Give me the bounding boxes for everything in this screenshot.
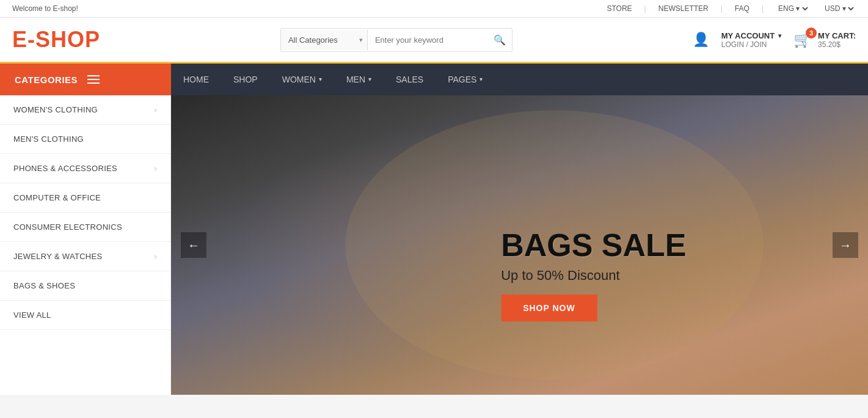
sidebar-item-computer[interactable]: COMPUTER & OFFICE (0, 183, 170, 213)
nav-men[interactable]: MEN▾ (334, 64, 384, 95)
sidebar-item-bags-shoes[interactable]: BAGS & SHOES (0, 271, 170, 301)
account-title: MY ACCOUNT ▾ (721, 31, 781, 40)
nav-shop[interactable]: SHOP (221, 64, 270, 95)
logo-prefix: E (12, 27, 27, 52)
language-select[interactable]: ENG ▾ FR DE (776, 4, 810, 13)
faq-link[interactable]: FAQ (735, 4, 749, 13)
search-input[interactable] (368, 30, 485, 50)
top-bar: Welcome to E-shop! STORE | NEWSLETTER | … (0, 0, 868, 18)
nav-links: HOME SHOP WOMEN▾ MEN▾ SALES PAGES▾ (171, 64, 495, 95)
sidebar-item-phones[interactable]: PHONES & ACCESSORIES › (0, 154, 170, 183)
cart-info: MY CART: 35.20$ (818, 31, 856, 49)
nav-bar: CATEGORIES HOME SHOP WOMEN▾ MEN▾ SALES P… (0, 64, 868, 95)
search-category-wrap: All Categories Women's Clothing Men's Cl… (281, 30, 368, 50)
nav-sales[interactable]: SALES (384, 64, 436, 95)
nav-pages[interactable]: PAGES▾ (436, 64, 495, 95)
menu-line-3 (87, 82, 100, 84)
women-dropdown-arrow: ▾ (319, 64, 322, 95)
cart-icon-wrap: 🛒 3 (793, 31, 812, 48)
categories-label: CATEGORIES (15, 75, 78, 85)
hero-title: BAGS SALE (501, 228, 686, 263)
hero-subtitle: Up to 50% Discount (501, 268, 686, 284)
hero-next-button[interactable]: → (833, 232, 858, 258)
cart-section[interactable]: 🛒 3 MY CART: 35.20$ (793, 31, 856, 49)
pages-dropdown-arrow: ▾ (480, 64, 483, 95)
cart-total: 35.20$ (818, 40, 856, 49)
sidebar: WOMEN'S CLOTHING › MEN'S CLOTHING PHONES… (0, 95, 171, 395)
cart-badge: 3 (806, 28, 817, 38)
menu-line-2 (87, 79, 100, 80)
menu-icon (87, 75, 100, 84)
main-content: WOMEN'S CLOTHING › MEN'S CLOTHING PHONES… (0, 95, 868, 395)
chevron-icon: › (155, 252, 157, 261)
header-right: 👤 MY ACCOUNT ▾ LOGIN / JOIN 🛒 3 MY CART:… (693, 31, 856, 49)
sidebar-item-view-all[interactable]: VIEW ALL (0, 301, 170, 330)
hero-cta-button[interactable]: SHOP NOW (501, 295, 597, 321)
currency-select[interactable]: USD ▾ EUR GBP (822, 4, 856, 13)
sidebar-item-jewelry[interactable]: JEWELRY & WATCHES › (0, 242, 170, 271)
sidebar-item-mens-clothing[interactable]: MEN'S CLOTHING (0, 125, 170, 154)
newsletter-link[interactable]: NEWSLETTER (658, 4, 709, 13)
cart-title: MY CART: (818, 31, 856, 40)
account-subtitle: LOGIN / JOIN (721, 40, 781, 49)
hero-slider: BAGS SALE Up to 50% Discount SHOP NOW ← … (171, 95, 868, 395)
sidebar-item-consumer-electronics[interactable]: CONSUMER ELECTRONICS (0, 213, 170, 242)
categories-button[interactable]: CATEGORIES (0, 64, 171, 95)
account-info[interactable]: MY ACCOUNT ▾ LOGIN / JOIN (721, 31, 781, 49)
top-bar-right: STORE | NEWSLETTER | FAQ | ENG ▾ FR DE U… (607, 4, 856, 13)
chevron-icon: › (155, 106, 157, 114)
nav-women[interactable]: WOMEN▾ (270, 64, 334, 95)
welcome-text: Welcome to E-shop! (12, 4, 78, 13)
search-category-select[interactable]: All Categories Women's Clothing Men's Cl… (281, 30, 368, 50)
search-bar: All Categories Women's Clothing Men's Cl… (280, 28, 512, 52)
chevron-icon: › (155, 164, 157, 173)
account-icon[interactable]: 👤 (693, 32, 709, 48)
logo[interactable]: E-SHOP (12, 27, 100, 53)
header: E-SHOP All Categories Women's Clothing M… (0, 18, 868, 64)
hero-content: BAGS SALE Up to 50% Discount SHOP NOW (501, 228, 686, 321)
menu-line-1 (87, 75, 100, 76)
account-dropdown-arrow: ▾ (778, 32, 781, 39)
search-button[interactable]: 🔍 (485, 29, 512, 51)
store-link[interactable]: STORE (607, 4, 632, 13)
nav-home[interactable]: HOME (171, 64, 221, 95)
men-dropdown-arrow: ▾ (368, 64, 371, 95)
sidebar-item-womens-clothing[interactable]: WOMEN'S CLOTHING › (0, 95, 170, 125)
hero-prev-button[interactable]: ← (181, 232, 206, 258)
logo-suffix: -SHOP (27, 27, 100, 52)
